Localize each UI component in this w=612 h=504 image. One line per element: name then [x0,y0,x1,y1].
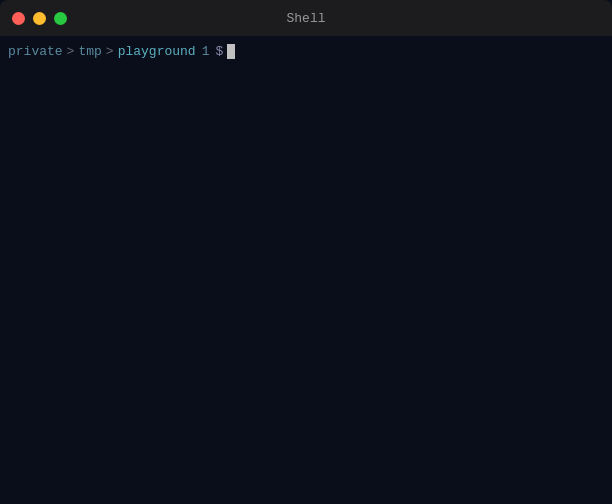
minimize-button[interactable] [33,12,46,25]
maximize-button[interactable] [54,12,67,25]
prompt-number: 1 [202,42,210,62]
prompt-tmp: tmp [78,42,101,62]
prompt-private: private [8,42,63,62]
prompt-playground: playground [118,42,196,62]
close-button[interactable] [12,12,25,25]
window-title: Shell [286,11,325,26]
terminal-window: Shell private > tmp > playground 1 $ [0,0,612,504]
prompt-dollar: $ [215,42,223,62]
arrow-icon-1: > [67,42,75,62]
titlebar: Shell [0,0,612,36]
window-buttons [12,12,67,25]
arrow-icon-2: > [106,42,114,62]
cursor [227,44,235,59]
prompt-line: private > tmp > playground 1 $ [8,42,604,62]
terminal-body[interactable]: private > tmp > playground 1 $ [0,36,612,504]
